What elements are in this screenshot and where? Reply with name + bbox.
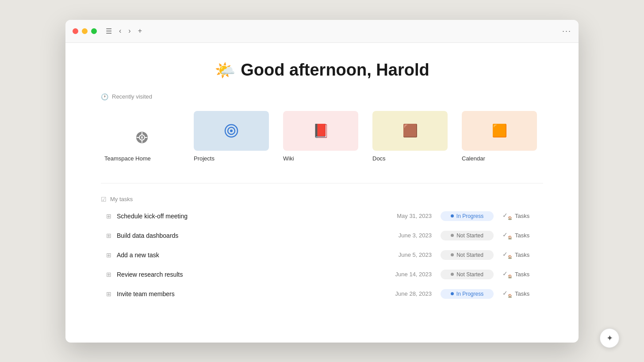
wiki-thumb: 📕 xyxy=(283,111,358,151)
greeting-text: Good afternoon, Harold xyxy=(241,61,429,80)
task-row[interactable]: ⊞ Invite team members June 28, 2023 In P… xyxy=(101,284,543,304)
status-text: Not Started xyxy=(456,252,483,258)
status-badge: Not Started xyxy=(441,231,494,240)
calendar-label: Calendar xyxy=(462,155,485,162)
close-button[interactable] xyxy=(73,28,78,34)
task-source: ✓🏠 Tasks xyxy=(502,251,538,259)
back-icon[interactable]: ‹ xyxy=(117,25,123,37)
task-date: June 28, 2023 xyxy=(387,290,432,297)
teamspace-thumb xyxy=(104,124,180,151)
task-type-icon: ⊞ xyxy=(106,290,111,297)
status-badge: In Progress xyxy=(441,289,494,299)
task-date: June 14, 2023 xyxy=(387,271,432,278)
card-calendar[interactable]: 🟧 Calendar xyxy=(458,107,540,165)
fab-icon: ✦ xyxy=(606,333,613,343)
my-tasks-header: ☑ My tasks xyxy=(101,196,543,203)
task-type-icon: ⊞ xyxy=(106,213,111,220)
cards-row: Teamspace Home Projects xyxy=(101,107,543,165)
task-type-icon: ⊞ xyxy=(106,232,111,239)
task-name: Schedule kick-off meeting xyxy=(117,213,387,220)
my-tasks-label: My tasks xyxy=(110,196,133,202)
minimize-button[interactable] xyxy=(82,28,88,34)
status-dot xyxy=(451,273,454,276)
card-docs[interactable]: 🟫 Docs xyxy=(369,107,451,165)
status-dot xyxy=(451,292,454,295)
status-badge: Not Started xyxy=(441,250,494,260)
recently-visited-label: 🕐 Recently visited xyxy=(101,93,543,100)
teamspace-label: Teamspace Home xyxy=(104,155,151,162)
source-label: Tasks xyxy=(515,251,529,258)
calendar-thumb: 🟧 xyxy=(462,111,537,151)
status-badge: In Progress xyxy=(441,211,494,221)
task-name: Add a new task xyxy=(117,251,387,259)
traffic-lights xyxy=(73,28,97,34)
task-name: Review research results xyxy=(117,271,387,278)
docs-label: Docs xyxy=(372,155,386,162)
task-type-icon: ⊞ xyxy=(106,251,111,259)
status-text: In Progress xyxy=(456,291,483,297)
check-icon: ✓🏠 xyxy=(502,231,512,240)
check-icon: ✓🏠 xyxy=(502,290,512,298)
status-text: Not Started xyxy=(456,271,483,278)
status-badge: Not Started xyxy=(441,270,494,279)
task-name: Invite team members xyxy=(117,290,387,297)
app-window: ☰ ‹ › + ··· 🌤️ Good afternoon, Harold 🕐 … xyxy=(65,20,579,343)
status-dot xyxy=(451,253,454,256)
projects-thumb xyxy=(194,111,269,151)
clock-icon: 🕐 xyxy=(101,93,108,100)
task-date: June 5, 2023 xyxy=(387,251,432,258)
check-icon: ✓🏠 xyxy=(502,251,512,259)
docs-icon: 🟫 xyxy=(402,123,418,138)
source-label: Tasks xyxy=(515,232,529,239)
calendar-icon: 🟧 xyxy=(492,123,507,138)
greeting-emoji: 🌤️ xyxy=(215,61,235,80)
fab-button[interactable]: ✦ xyxy=(600,328,619,348)
main-content: 🌤️ Good afternoon, Harold 🕐 Recently vis… xyxy=(65,43,579,343)
recently-visited-text: Recently visited xyxy=(112,93,152,100)
titlebar-nav: ☰ ‹ › + xyxy=(104,25,144,37)
task-date: May 31, 2023 xyxy=(387,213,432,219)
source-label: Tasks xyxy=(515,271,529,278)
task-source: ✓🏠 Tasks xyxy=(502,290,538,298)
source-label: Tasks xyxy=(515,213,529,219)
task-row[interactable]: ⊞ Add a new task June 5, 2023 Not Starte… xyxy=(101,245,543,265)
card-wiki[interactable]: 📕 Wiki xyxy=(280,107,362,165)
card-teamspace[interactable]: Teamspace Home xyxy=(101,121,183,165)
more-button[interactable]: ··· xyxy=(562,27,571,36)
wiki-label: Wiki xyxy=(283,155,294,162)
status-text: Not Started xyxy=(456,232,483,239)
status-dot xyxy=(451,234,454,237)
task-list: ⊞ Schedule kick-off meeting May 31, 2023… xyxy=(101,206,543,304)
check-icon: ✓🏠 xyxy=(502,212,512,220)
docs-thumb: 🟫 xyxy=(372,111,448,151)
task-date: June 3, 2023 xyxy=(387,232,432,239)
menu-icon[interactable]: ☰ xyxy=(104,25,114,37)
checkbox-icon: ☑ xyxy=(101,196,107,203)
add-page-icon[interactable]: + xyxy=(136,25,144,37)
task-row[interactable]: ⊞ Build data dashboards June 3, 2023 Not… xyxy=(101,226,543,245)
titlebar: ☰ ‹ › + ··· xyxy=(65,20,579,43)
greeting-title: 🌤️ Good afternoon, Harold xyxy=(101,61,543,80)
compass-icon xyxy=(136,131,148,144)
task-source: ✓🏠 Tasks xyxy=(502,231,538,240)
fullscreen-button[interactable] xyxy=(91,28,97,34)
wiki-book-icon: 📕 xyxy=(313,123,329,138)
task-source: ✓🏠 Tasks xyxy=(502,270,538,278)
card-projects[interactable]: Projects xyxy=(190,107,272,165)
status-dot xyxy=(451,214,454,217)
target-icon xyxy=(224,124,238,138)
projects-label: Projects xyxy=(194,155,215,162)
svg-point-9 xyxy=(230,130,233,132)
task-row[interactable]: ⊞ Schedule kick-off meeting May 31, 2023… xyxy=(101,206,543,226)
recently-visited-section: 🕐 Recently visited xyxy=(101,93,543,165)
source-label: Tasks xyxy=(515,290,529,297)
check-icon: ✓🏠 xyxy=(502,270,512,278)
task-type-icon: ⊞ xyxy=(106,271,111,278)
greeting-section: 🌤️ Good afternoon, Harold xyxy=(101,43,543,93)
status-text: In Progress xyxy=(456,213,483,219)
task-name: Build data dashboards xyxy=(117,232,387,239)
forward-icon[interactable]: › xyxy=(126,25,132,37)
task-row[interactable]: ⊞ Review research results June 14, 2023 … xyxy=(101,265,543,284)
task-source: ✓🏠 Tasks xyxy=(502,212,538,220)
my-tasks-section: ☑ My tasks ⊞ Schedule kick-off meeting M… xyxy=(101,196,543,304)
